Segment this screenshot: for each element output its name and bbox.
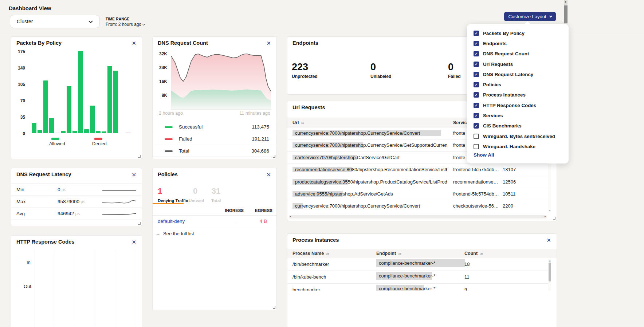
checkbox-checked-icon[interactable]: ✓ — [474, 92, 479, 98]
close-icon[interactable]: ✕ — [131, 239, 136, 245]
close-icon[interactable]: ✕ — [131, 40, 136, 47]
scroll-up-icon[interactable]: ▲ — [549, 259, 551, 262]
resize-handle-icon[interactable] — [553, 217, 555, 220]
menu-item[interactable]: ✓Packets By Policy — [467, 28, 569, 38]
y-tick-label: 70 — [13, 98, 25, 103]
menu-item-label: Wireguard. Bytes sent/received — [483, 134, 555, 139]
checkbox-checked-icon[interactable]: ✓ — [474, 51, 479, 56]
scrollbar-thumb[interactable] — [564, 5, 568, 23]
url-highlight: productcatalogservice:35 — [292, 179, 348, 185]
service-cell: fronte — [453, 155, 465, 160]
latency-row: Min0 µs — [11, 184, 142, 196]
page-title: Dashboard View — [9, 5, 51, 11]
menu-item[interactable]: ✓Url Requests — [467, 59, 569, 69]
customize-layout-button[interactable]: Customize Layout — [504, 12, 556, 21]
legend-label: Successful — [179, 124, 203, 130]
resize-handle-icon[interactable] — [273, 155, 275, 158]
card-title: Process Instances — [292, 237, 339, 243]
count-cell: 9 — [464, 287, 467, 291]
scrollbar-thumb[interactable] — [549, 263, 551, 281]
endpoint-stat: 223Unprotected — [292, 62, 318, 79]
menu-item-label: Endpoints — [483, 41, 507, 46]
column-header-url[interactable]: Url↓≡ — [292, 120, 304, 125]
checkbox-checked-icon[interactable]: ✓ — [474, 82, 479, 87]
page-scrollbar[interactable]: ▲ — [564, 0, 568, 24]
egress-value: 4 B — [260, 218, 267, 224]
customize-layout-menu: ✓Packets By Policy✓Endpoints✓DNS Request… — [467, 24, 569, 164]
scroll-down-icon[interactable]: ▼ — [549, 209, 551, 212]
tab-label: Total — [211, 198, 221, 203]
menu-item[interactable]: ✓DNS Request Latency — [467, 69, 569, 79]
dashboard-view-select[interactable]: Cluster — [10, 15, 100, 28]
scroll-up-icon[interactable]: ▲ — [564, 0, 567, 3]
checkbox-checked-icon[interactable]: ✓ — [474, 41, 479, 46]
checkbox-unchecked-icon[interactable] — [474, 144, 479, 149]
table-row[interactable]: /bin/benchmarkercompliance-benchmarker-*… — [287, 258, 548, 271]
menu-item-label: Url Requests — [483, 62, 513, 67]
bar — [107, 66, 112, 133]
checkbox-checked-icon[interactable]: ✓ — [474, 123, 479, 129]
table-vertical-scrollbar[interactable]: ▲ — [548, 259, 551, 291]
bar — [90, 106, 95, 133]
column-header-endpoint[interactable]: Endpoint↓≡ — [376, 251, 401, 256]
bar — [72, 131, 77, 133]
divider — [153, 215, 276, 216]
legend-swatch — [94, 138, 102, 140]
checkbox-unchecked-icon[interactable] — [474, 134, 479, 139]
column-header-process-name[interactable]: Process Name↓≡ — [292, 251, 329, 256]
sort-icon: ↓≡ — [398, 252, 401, 256]
table-row[interactable]: recommendationservice:8080/hipstershop.R… — [287, 164, 548, 176]
process-name-cell: /bin/kube-bench — [292, 274, 326, 280]
table-row[interactable]: currencyservice:7000/hipstershop.Currenc… — [287, 200, 548, 212]
url-text: 80/hipstershop.RecommendationService/Lis… — [352, 167, 447, 172]
menu-item[interactable]: Wireguard. Bytes sent/received — [467, 131, 569, 141]
column-header-count[interactable]: Count↓≡ — [464, 251, 483, 256]
close-icon[interactable]: ✕ — [546, 237, 551, 244]
show-all-link[interactable]: Show All — [474, 152, 494, 158]
menu-item[interactable]: ✓Endpoints — [467, 38, 569, 48]
resize-handle-icon[interactable] — [138, 222, 141, 225]
policy-tab[interactable]: 0Unused — [189, 186, 202, 203]
policy-tab[interactable]: 1Denying Traffic — [158, 186, 188, 203]
menu-item[interactable]: ✓HTTP Response Codes — [467, 100, 569, 110]
sort-icon: ↓≡ — [326, 252, 329, 256]
policy-link[interactable]: default-deny — [158, 218, 185, 224]
menu-item[interactable]: ✓DNS Request Count — [467, 49, 569, 59]
menu-item[interactable]: ✓CIS Benchmarks — [467, 121, 569, 131]
checkbox-checked-icon[interactable]: ✓ — [474, 31, 479, 36]
legend-row: Failed191,211 — [153, 133, 276, 145]
checkbox-checked-icon[interactable]: ✓ — [474, 103, 479, 108]
menu-item[interactable]: Wireguard. Handshake — [467, 141, 569, 151]
see-full-list-link[interactable]: →See the full list — [156, 231, 194, 236]
time-range-value[interactable]: From: 2 hours ago — [106, 22, 145, 27]
checkbox-checked-icon[interactable]: ✓ — [474, 72, 479, 77]
count-cell: 13107 — [503, 167, 516, 172]
resize-handle-icon[interactable] — [273, 306, 275, 309]
checkbox-checked-icon[interactable]: ✓ — [474, 62, 479, 67]
menu-item[interactable]: ✓Policies — [467, 79, 569, 90]
table-row[interactable]: adservice:9555/hipstershop.AdService/Get… — [287, 188, 548, 200]
endpoint-text: -* — [432, 273, 435, 279]
close-icon[interactable]: ✕ — [266, 40, 271, 47]
table-row[interactable]: /bin/kube-benchcompliance-benchmarker-*1… — [287, 271, 548, 284]
table-row[interactable]: benchmarkercompliance-benchmarker-*9 — [287, 284, 548, 291]
stat-label: Unlabeled — [370, 74, 391, 79]
table-horizontal-scrollbar[interactable]: ◂ ▸ — [289, 215, 547, 218]
policy-tab[interactable]: 31Total — [211, 186, 221, 203]
scroll-left-icon[interactable]: ◂ — [290, 215, 291, 218]
legend-value: 191,211 — [252, 136, 269, 142]
menu-item[interactable]: ✓Services — [467, 110, 569, 121]
menu-item[interactable]: ✓Process Instances — [467, 90, 569, 100]
bar — [49, 118, 54, 133]
endpoint-highlight: compliance-benchma — [376, 285, 424, 291]
scroll-right-icon[interactable]: ▸ — [545, 215, 546, 218]
table-row[interactable]: productcatalogservice:3550/hipstershop.P… — [287, 176, 548, 188]
checkbox-checked-icon[interactable]: ✓ — [474, 113, 479, 118]
tab-label: Unused — [189, 198, 202, 203]
close-icon[interactable]: ✕ — [131, 172, 136, 178]
process-name-cell: /bin/benchmarker — [292, 261, 329, 267]
chart-gridlines — [35, 250, 136, 327]
resize-handle-icon[interactable] — [138, 155, 141, 158]
close-icon[interactable]: ✕ — [266, 172, 271, 178]
count-cell: 10511 — [503, 191, 515, 197]
